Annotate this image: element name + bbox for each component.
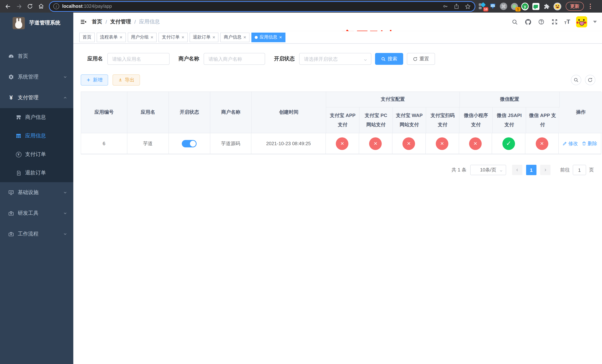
table-grid-icon xyxy=(16,133,22,139)
tag-app-info[interactable]: 应用信息× xyxy=(251,32,285,42)
github-icon[interactable] xyxy=(524,18,532,26)
close-icon[interactable]: × xyxy=(182,35,184,40)
tag-pay-orders[interactable]: 支付订单× xyxy=(159,32,188,42)
sidebar-item-system[interactable]: 系统管理 xyxy=(0,67,73,87)
cell-wechat-jsapi-status: ✓ xyxy=(492,133,526,154)
browser-home-button[interactable] xyxy=(35,1,47,11)
sidebar-item-payment[interactable]: ¥ 支付管理 xyxy=(0,87,73,108)
sidebar-item-refund-orders[interactable]: 退款订单 xyxy=(0,164,73,182)
bookmark-star-icon[interactable] xyxy=(465,3,471,10)
next-page-button[interactable] xyxy=(540,165,550,175)
close-icon[interactable]: × xyxy=(213,35,215,40)
export-button[interactable]: 导出 xyxy=(113,75,140,86)
sidebar-fold-icon[interactable] xyxy=(79,18,87,26)
chevron-up-icon xyxy=(63,96,67,100)
app-name-input[interactable] xyxy=(107,53,170,65)
merchant-name-input[interactable] xyxy=(204,53,265,65)
browser-reload-button[interactable] xyxy=(24,1,35,11)
sidebar-item-app-info[interactable]: 应用信息 xyxy=(0,127,73,145)
toolbox-icon xyxy=(8,231,14,237)
profile-avatar-icon[interactable] xyxy=(553,2,561,10)
status-select-input[interactable] xyxy=(299,53,371,65)
col-header-alipay-wap: 支付宝 WAP 网站支付 xyxy=(393,107,426,133)
status-select[interactable] xyxy=(299,53,371,65)
user-avatar[interactable] xyxy=(576,16,587,27)
close-icon[interactable]: × xyxy=(243,35,246,40)
chevron-down-icon xyxy=(63,232,67,236)
col-header-alipay-pc: 支付宝 PC 网站支付 xyxy=(359,107,393,133)
col-header-alipay-qr: 支付宝扫码支付 xyxy=(426,107,460,133)
extension-kite-icon[interactable] xyxy=(489,3,496,10)
sidebar-item-home[interactable]: 首页 xyxy=(0,46,73,67)
cell-alipay-qr-status: × xyxy=(426,133,459,154)
table-toolbar: 新增 导出 xyxy=(81,75,601,86)
page-size-select[interactable]: 10条/页 xyxy=(470,165,506,175)
refresh-table-button[interactable] xyxy=(585,75,595,85)
cell-alipay-pc-status: × xyxy=(359,133,392,154)
password-key-icon[interactable] xyxy=(442,3,448,9)
payment-submenu: 商户信息 应用信息 ¥ 支付订单 退款订单 xyxy=(0,108,73,182)
dashboard-icon xyxy=(8,53,14,59)
header-search-icon[interactable] xyxy=(511,18,518,26)
add-button[interactable]: 新增 xyxy=(81,75,108,86)
avatar-caret-icon[interactable] xyxy=(593,21,597,23)
goto-page-input[interactable] xyxy=(573,165,586,175)
tag-refund-orders[interactable]: 退款订单× xyxy=(190,32,219,42)
extension-tabs-icon[interactable]: 10 xyxy=(478,3,486,10)
tag-process-form[interactable]: 流程表单× xyxy=(97,32,126,42)
extension-recorder-icon[interactable]: 1 xyxy=(511,3,518,10)
sidebar-item-dev-tools[interactable]: 研发工具 xyxy=(0,203,73,224)
breadcrumb-home[interactable]: 首页 xyxy=(92,19,102,25)
chrome-menu-icon[interactable] xyxy=(587,4,593,9)
sidebar: 芋道管理系统 首页 系统管理 ¥ 支付管理 xyxy=(0,13,73,364)
prev-page-button[interactable] xyxy=(512,165,522,175)
gear-icon xyxy=(8,74,14,80)
sidebar-item-merchant-info[interactable]: 商户信息 xyxy=(0,108,73,127)
chrome-update-button[interactable]: 更新 xyxy=(566,2,584,11)
reset-button[interactable]: 重置 xyxy=(407,53,435,65)
extension-icons: 10 ⌘ 1 y xyxy=(478,2,561,10)
chevron-down-icon xyxy=(363,58,368,62)
tag-home[interactable]: 首页 xyxy=(79,32,95,42)
browser-toolbar: i localhost:1024/pay/app 10 ⌘ 1 xyxy=(0,0,602,13)
extension-command-icon[interactable]: ⌘ xyxy=(500,3,507,10)
enabled-switch[interactable] xyxy=(182,140,197,147)
sidebar-item-infrastructure[interactable]: 基础设施 xyxy=(0,182,73,203)
table-header: 应用编号 应用名 开启状态 商户名称 创建时间 支付宝配置 微信配置 支付宝 A… xyxy=(81,92,601,133)
cell-alipay-app-status: × xyxy=(326,133,359,154)
tag-merchant-info[interactable]: 商户信息× xyxy=(220,32,249,42)
status-cross-icon: × xyxy=(436,137,448,150)
storefront-icon xyxy=(16,114,22,120)
sidebar-menu: 首页 系统管理 ¥ 支付管理 xyxy=(0,46,73,244)
sidebar-item-workflow[interactable]: 工作流程 xyxy=(0,224,73,244)
address-bar[interactable]: i localhost:1024/pay/app xyxy=(50,2,475,11)
browser-forward-button[interactable] xyxy=(13,1,24,11)
yen-circle-icon: ¥ xyxy=(16,151,22,157)
edit-link[interactable]: 修改 xyxy=(562,140,578,147)
col-header-alipay-app: 支付宝 APP 支付 xyxy=(326,107,359,133)
help-icon[interactable] xyxy=(538,18,545,26)
share-icon[interactable] xyxy=(453,3,460,9)
sidebar-item-pay-orders[interactable]: ¥ 支付订单 xyxy=(0,145,73,164)
tag-user-group[interactable]: 用户分组× xyxy=(128,32,157,42)
search-button[interactable]: 搜索 xyxy=(375,53,403,65)
extension-chat-icon[interactable] xyxy=(532,3,539,10)
extensions-puzzle-icon[interactable] xyxy=(543,3,550,10)
delete-link[interactable]: 删除 xyxy=(582,140,597,147)
app-logo-row[interactable]: 芋道管理系统 xyxy=(0,13,73,33)
col-header-app-id: 应用编号 xyxy=(81,92,127,133)
extension-y-icon[interactable]: y xyxy=(521,3,529,10)
status-cross-icon: × xyxy=(402,137,415,150)
font-size-icon[interactable]: TT xyxy=(564,19,570,25)
status-label: 开启状态 xyxy=(274,55,295,62)
browser-back-button[interactable] xyxy=(2,1,13,11)
close-icon[interactable]: × xyxy=(119,35,122,40)
group-header-alipay: 支付宝配置 xyxy=(326,92,460,107)
toggle-search-button[interactable] xyxy=(571,75,581,85)
site-info-icon[interactable]: i xyxy=(53,3,59,9)
fullscreen-icon[interactable] xyxy=(551,18,558,26)
close-icon[interactable]: × xyxy=(279,35,282,40)
page-number-1[interactable]: 1 xyxy=(526,165,537,175)
breadcrumb-payment[interactable]: 支付管理 xyxy=(110,19,131,25)
close-icon[interactable]: × xyxy=(150,35,153,40)
